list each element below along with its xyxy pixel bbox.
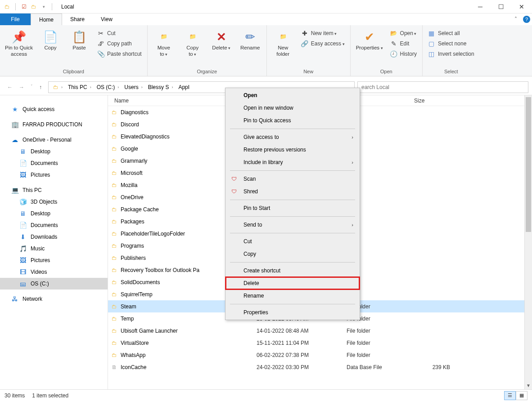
minimize-button[interactable]: ─ (470, 0, 491, 13)
table-row[interactable]: 🗀 VirtualStore 15-11-2021 11:04 PM File … (108, 337, 532, 349)
menu-item-properties[interactable]: Properties (225, 306, 360, 319)
menu-item-restore-previous-versions[interactable]: Restore previous versions (225, 143, 360, 156)
menu-item-cut[interactable]: Cut (225, 235, 360, 248)
column-size[interactable]: Size (414, 95, 459, 106)
tree-onedrive[interactable]: ☁OneDrive - Personal (0, 134, 108, 146)
tab-share[interactable]: Share (62, 13, 93, 25)
properties-icon[interactable]: ☑ (20, 3, 27, 10)
menu-item-give-access-to[interactable]: Give access to› (225, 131, 360, 143)
ribbon-group-new: 📁New folder ✚New item 🔗Easy access New (267, 25, 351, 76)
tree-od-desktop[interactable]: 🖥Desktop (0, 146, 108, 157)
folder-icon: 🗀 (108, 291, 121, 298)
menu-item-scan[interactable]: 🛡Scan (225, 173, 360, 185)
chevron-right-icon: › (352, 160, 353, 165)
tab-home[interactable]: Home (31, 13, 62, 25)
invert-selection-button[interactable]: ◫Invert selection (425, 49, 477, 58)
tree-pc-desktop[interactable]: 🖥Desktop (0, 208, 108, 219)
cut-button[interactable]: ✂Cut (95, 29, 144, 38)
new-item-button[interactable]: ✚New item (298, 29, 347, 38)
menu-item-include-in-library[interactable]: Include in library› (225, 156, 360, 169)
menu-item-label: Pin to Start (243, 205, 270, 211)
breadcrumb-root-icon[interactable]: 🗀› (51, 84, 65, 90)
menu-separator (230, 233, 355, 233)
tree-network[interactable]: 🖧Network (0, 293, 108, 305)
menu-item-rename[interactable]: Rename (225, 290, 360, 302)
paste-shortcut-button[interactable]: 📎Paste shortcut (95, 49, 144, 58)
menu-item-copy[interactable]: Copy (225, 248, 360, 260)
pc-icon: 💻 (11, 186, 19, 194)
tab-file[interactable]: File (0, 13, 31, 25)
menu-item-shred[interactable]: 🛡Shred (225, 185, 360, 198)
tree-pc-music[interactable]: 🎵Music (0, 243, 108, 254)
select-none-icon: ▢ (428, 40, 435, 47)
close-button[interactable]: ✕ (511, 0, 532, 13)
view-large-button[interactable]: ▦ (516, 391, 527, 400)
ribbon: 📌 Pin to Quick access 📄 Copy 📋 Paste ✂Cu… (0, 25, 532, 76)
file-date: 24-02-2022 03:30 PM (257, 364, 347, 370)
menu-item-send-to[interactable]: Send to› (225, 218, 360, 231)
view-details-button[interactable]: ☰ (504, 391, 516, 400)
select-none-button[interactable]: ▢Select none (425, 39, 477, 48)
paste-icon: 📋 (72, 30, 86, 44)
move-icon: 📁 (157, 30, 171, 44)
tree-pc-downloads[interactable]: ⬇Downloads (0, 231, 108, 243)
star-icon: ★ (11, 105, 19, 113)
nav-up-button[interactable]: ↑ (39, 84, 42, 90)
move-to-button[interactable]: 📁Move to (150, 27, 177, 58)
easy-access-button[interactable]: 🔗Easy access (298, 39, 347, 48)
history-button[interactable]: 🕘History (388, 49, 419, 58)
new-folder-button[interactable]: 📁New folder (270, 27, 297, 58)
tree-3d-objects[interactable]: 🧊3D Objects (0, 196, 108, 208)
vertical-scrollbar[interactable]: ▲ ▼ (524, 95, 532, 389)
copy-button[interactable]: 📄 Copy (37, 27, 64, 51)
menu-item-open[interactable]: Open (225, 89, 360, 102)
edit-button[interactable]: ✎Edit (388, 39, 419, 48)
tab-view[interactable]: View (93, 13, 121, 25)
breadcrumb-item[interactable]: AppI (176, 84, 191, 90)
tree-quick-access[interactable]: ★Quick access (0, 103, 108, 115)
breadcrumb-item[interactable]: OS (C:)› (95, 84, 122, 90)
rename-button[interactable]: ✏Rename (237, 27, 264, 51)
paste-button[interactable]: 📋 Paste (66, 27, 93, 51)
tree-pc-os[interactable]: 🖴OS (C:) (0, 278, 108, 290)
menu-item-delete[interactable]: Delete (225, 277, 360, 290)
help-button[interactable]: ? (521, 13, 532, 25)
select-all-button[interactable]: ▦Select all (425, 29, 477, 38)
table-row[interactable]: 🗎 IconCache 24-02-2022 03:30 PM Data Bas… (108, 361, 532, 373)
menu-item-open-in-new-window[interactable]: Open in new window (225, 102, 360, 114)
menu-item-pin-to-start[interactable]: Pin to Start (225, 202, 360, 214)
tree-od-documents[interactable]: 📄Documents (0, 157, 108, 169)
scroll-thumb[interactable] (526, 97, 531, 232)
tree-od-pictures[interactable]: 🖼Pictures (0, 169, 108, 181)
nav-forward-button[interactable]: → (19, 84, 24, 90)
open-button[interactable]: 📂Open (388, 29, 419, 38)
nav-recent-button[interactable]: ˅ (31, 84, 33, 90)
maximize-button[interactable]: ☐ (491, 0, 511, 13)
table-row[interactable]: 🗀 WhatsApp 06-02-2022 07:38 PM File fold… (108, 349, 532, 361)
copy-path-button[interactable]: 🖇Copy path (95, 39, 144, 48)
tree-pc-pictures[interactable]: 🖼Pictures (0, 254, 108, 266)
tree-pc-documents[interactable]: 📄Documents (0, 219, 108, 231)
tree-pc-videos[interactable]: 🎞Videos (0, 266, 108, 278)
menu-item-create-shortcut[interactable]: Create shortcut (225, 264, 360, 277)
tree-this-pc[interactable]: 💻This PC (0, 184, 108, 196)
delete-button[interactable]: ✕Delete (208, 27, 235, 51)
table-row[interactable]: 🗀 Ubisoft Game Launcher 14-01-2022 08:48… (108, 325, 532, 337)
copy-to-button[interactable]: 📁Copy to (179, 27, 206, 58)
collapse-ribbon-icon[interactable]: ˄ (510, 13, 521, 25)
breadcrumb-item[interactable]: Users› (122, 84, 145, 90)
menu-item-label: Open (243, 92, 257, 98)
breadcrumb-item[interactable]: This PC› (66, 84, 94, 90)
breadcrumb-item[interactable]: Blessy S› (146, 84, 176, 90)
menu-item-pin-to-quick-access[interactable]: Pin to Quick access (225, 114, 360, 127)
nav-tree[interactable]: ★Quick access 🏢FARRAD PRODUCTION ☁OneDri… (0, 95, 108, 389)
search-input[interactable] (357, 81, 528, 93)
nav-back-button[interactable]: ← (7, 84, 13, 90)
tree-farrad[interactable]: 🏢FARRAD PRODUCTION (0, 119, 108, 130)
qat-dropdown-icon[interactable]: ▾ (40, 3, 47, 10)
qat-folder-icon[interactable]: 🗀 (30, 3, 37, 10)
pin-to-quick-access-button[interactable]: 📌 Pin to Quick access (3, 27, 35, 58)
scroll-down-icon[interactable]: ▼ (525, 382, 532, 389)
properties-button[interactable]: ✔Properties (353, 27, 386, 51)
file-name: IconCache (121, 364, 257, 370)
